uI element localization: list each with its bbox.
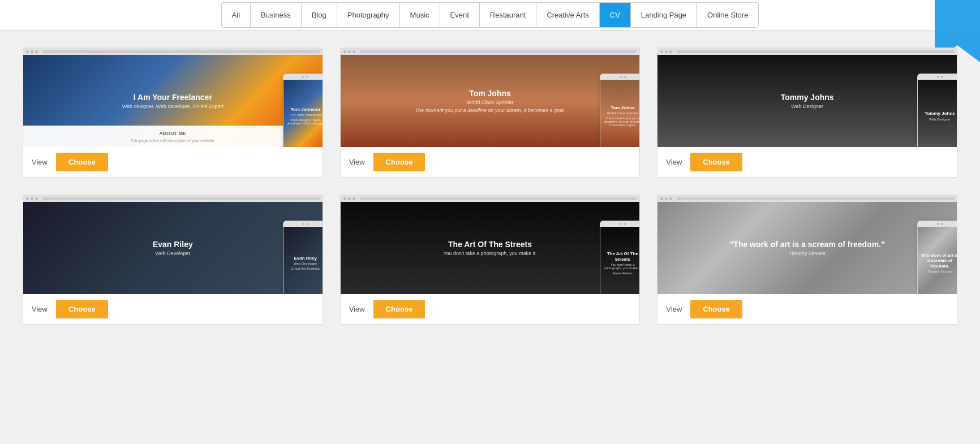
card-footer-tommy-johns: View Choose — [657, 147, 957, 177]
mobile-subtitle: You don't take a photograph, you make it… — [603, 263, 639, 270]
card-desktop-title: I Am Your Freelancer — [134, 93, 212, 102]
mobile-body: Ansel Adams — [613, 271, 633, 275]
view-button-tommy-johns[interactable]: View — [666, 158, 682, 166]
choose-button-tommy-johns[interactable]: Choose — [690, 153, 742, 171]
view-button-timothy-simons[interactable]: View — [666, 305, 682, 313]
choose-button-timothy-simons[interactable]: Choose — [690, 300, 742, 318]
mobile-bar — [918, 74, 957, 80]
choose-button-jason-hall[interactable]: Choose — [373, 300, 425, 318]
card-desktop-subtitle: You don't take a photograph, you make it… — [443, 251, 537, 256]
card-desktop-title: "The work of art is a scream of freedom.… — [730, 240, 885, 249]
main-content: I Am Your Freelancer Web designer, Web d… — [0, 31, 980, 342]
mobile-bar — [283, 221, 323, 227]
mobile-bar — [600, 221, 639, 227]
nav-tab-landing-page[interactable]: Landing Page — [631, 3, 697, 27]
nav-tab-event[interactable]: Event — [440, 3, 480, 27]
nav-tab-restaurant[interactable]: Restaurant — [480, 3, 537, 27]
card-preview-tom-johns[interactable]: Tom Johns World Class Sprinter The momen… — [341, 48, 640, 147]
nav-tab-online-store[interactable]: Online Store — [697, 3, 758, 27]
mockup-bar — [657, 48, 957, 55]
choose-button-tom-johns[interactable]: Choose — [373, 153, 425, 171]
mobile-mockup-timothy-simons: The work of art is a scream of freedom. … — [917, 221, 957, 294]
card-desktop-title: The Art Of The Streets — [448, 240, 532, 249]
view-button-evan-riley[interactable]: View — [32, 305, 48, 313]
navigation-bar: AllBusinessBlogPhotographyMusicEventRest… — [0, 0, 980, 31]
mobile-body: The moment you put a deadline on your dr… — [603, 117, 639, 127]
mobile-subtitle: I Am Your Freelancer — [290, 113, 321, 117]
card-preview-tommy-johns[interactable]: Tommy Johns Web Designer Tommy Johns We — [657, 48, 957, 147]
card-desktop-subtitle: Web designer, Web developer, Online Expe… — [122, 104, 223, 109]
about-title: ABOUT ME — [29, 131, 317, 136]
card-desktop-subtitle: Timothy Simons — [789, 251, 826, 256]
mobile-body: Web designer, Web developer, Online Expe… — [286, 118, 323, 125]
mobile-title: Tom Johnson — [291, 107, 320, 113]
nav-tab-music[interactable]: Music — [400, 3, 440, 27]
card-desktop-title: Tommy Johns — [781, 93, 834, 102]
card-desktop-subtitle: Web Developer — [155, 251, 190, 256]
mobile-title: The work of art is a scream of freedom. — [921, 253, 957, 269]
mockup-screen: Evan Riley Web Developer — [23, 202, 323, 294]
nav-tab-creative-arts[interactable]: Creative Arts — [536, 3, 599, 27]
mockup-screen: Tom Johns World Class Sprinter The momen… — [341, 55, 640, 147]
card-desktop-subtitle: World Class Sprinter — [467, 100, 513, 105]
template-card-tom-johnson: I Am Your Freelancer Web designer, Web d… — [23, 48, 323, 178]
view-button-jason-hall[interactable]: View — [349, 305, 365, 313]
mobile-subtitle: Web Designer — [929, 118, 951, 121]
mobile-mockup-evan-riley: Evan Riley Web Developer Check My Portfo… — [283, 221, 323, 294]
card-footer-tom-johnson: View Choose — [23, 147, 323, 177]
mobile-subtitle: Timothy Simons — [928, 270, 952, 273]
mobile-bar — [600, 74, 639, 80]
mockup-bar — [341, 48, 640, 55]
mockup-bar — [341, 195, 640, 202]
card-footer-timothy-simons: View Choose — [657, 294, 957, 324]
nav-tab-photography[interactable]: Photography — [337, 3, 400, 27]
nav-tab-business[interactable]: Business — [251, 3, 302, 27]
mockup-bar — [23, 195, 323, 202]
mobile-body: Check My Portfolio — [291, 267, 319, 270]
nav-tab-blog[interactable]: Blog — [302, 3, 337, 27]
card-desktop-title: Evan Riley — [153, 240, 193, 249]
card-footer-tom-johns: View Choose — [341, 147, 640, 177]
view-button-tom-johns[interactable]: View — [349, 158, 365, 166]
nav-tabs-container: AllBusinessBlogPhotographyMusicEventRest… — [221, 2, 759, 28]
nav-tab-cv[interactable]: CV — [600, 3, 631, 27]
template-card-evan-riley: Evan Riley Web Developer Evan Riley Web — [23, 195, 323, 325]
mobile-bar — [918, 221, 957, 227]
cards-grid: I Am Your Freelancer Web designer, Web d… — [23, 48, 957, 325]
card-footer-jason-hall: View Choose — [341, 294, 640, 324]
template-card-tom-johns: Tom Johns World Class Sprinter The momen… — [340, 48, 641, 178]
card-desktop-subtitle: Web Designer — [791, 104, 823, 109]
card-preview-evan-riley[interactable]: Evan Riley Web Developer Evan Riley Web — [23, 195, 323, 294]
template-card-timothy-simons: "The work of art is a scream of freedom.… — [657, 195, 957, 325]
mobile-mockup-jason-hall: The Art Of The Streets You don't take a … — [600, 221, 639, 294]
template-card-jason-hall: The Art Of The Streets You don't take a … — [340, 195, 641, 325]
mockup-bar — [657, 195, 957, 202]
card-desktop-quote: The moment you put a deadline on your dr… — [415, 107, 565, 113]
mockup-screen: The Art Of The Streets You don't take a … — [341, 202, 640, 294]
card-desktop-title: Tom Johns — [469, 89, 511, 98]
nav-tab-all[interactable]: All — [222, 3, 251, 27]
about-text: This page is the self-description of you… — [29, 139, 317, 143]
mockup-screen: "The work of art is a scream of freedom.… — [657, 202, 957, 294]
mobile-subtitle: Web Developer — [294, 262, 317, 265]
mobile-mockup-tom-johns: Tom Johns World Class Sprinter The momen… — [600, 74, 639, 147]
mobile-title: Tom Johns — [611, 105, 634, 111]
view-button-tom-johnson[interactable]: View — [32, 158, 48, 166]
card-preview-tom-johnson[interactable]: I Am Your Freelancer Web designer, Web d… — [23, 48, 323, 147]
mobile-title: Evan Riley — [294, 256, 316, 261]
template-card-tommy-johns: Tommy Johns Web Designer Tommy Johns We — [657, 48, 957, 178]
mobile-mockup-tommy-johns: Tommy Johns Web Designer — [917, 74, 957, 147]
mockup-screen: Tommy Johns Web Designer — [657, 55, 957, 147]
choose-button-tom-johnson[interactable]: Choose — [56, 153, 108, 171]
mobile-mockup-tom-johnson: Tom Johnson I Am Your Freelancer Web des… — [283, 74, 323, 147]
mobile-title: The Art Of The Streets — [603, 251, 639, 262]
mobile-subtitle: World Class Sprinter — [607, 111, 638, 115]
choose-button-evan-riley[interactable]: Choose — [56, 300, 108, 318]
mobile-title: Tommy Johns — [925, 111, 955, 117]
card-preview-jason-hall[interactable]: The Art Of The Streets You don't take a … — [341, 195, 640, 294]
card-footer-evan-riley: View Choose — [23, 294, 323, 324]
card-preview-timothy-simons[interactable]: "The work of art is a scream of freedom.… — [657, 195, 957, 294]
mockup-bar — [23, 48, 323, 55]
mobile-bar — [283, 74, 323, 80]
mockup-screen: I Am Your Freelancer Web designer, Web d… — [23, 55, 323, 147]
